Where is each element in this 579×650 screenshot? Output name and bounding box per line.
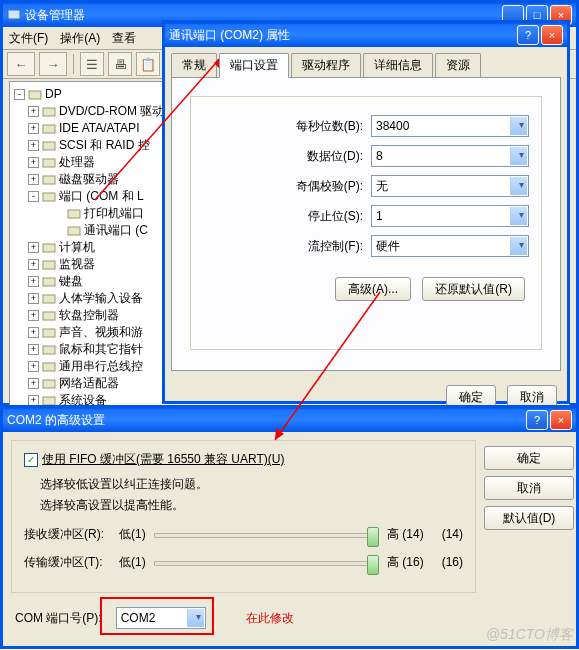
expand-icon[interactable]: + [28, 123, 39, 134]
forward-button[interactable]: → [39, 52, 67, 76]
tree-item-label[interactable]: DP [45, 86, 62, 103]
help-button[interactable]: ? [526, 410, 548, 430]
svg-rect-15 [43, 312, 55, 320]
properties-dialog: 通讯端口 (COM2) 属性 ? × 常规 端口设置 驱动程序 详细信息 资源 … [162, 20, 570, 404]
devmgr-title: 设备管理器 [25, 7, 85, 24]
fifo-label: 使用 FIFO 缓冲区(需要 16550 兼容 UART)(U) [42, 451, 284, 468]
expand-icon[interactable]: - [28, 191, 39, 202]
stopbits-label: 停止位(S): [203, 208, 363, 225]
adv-defaults-button[interactable]: 默认值(D) [484, 506, 574, 530]
device-icon [42, 122, 56, 136]
close-button[interactable]: × [550, 410, 572, 430]
tool-print-icon[interactable]: 🖶 [108, 52, 132, 76]
adv-ok-button[interactable]: 确定 [484, 446, 574, 470]
rx-high: 高 (14) [387, 526, 424, 543]
tab-port-settings[interactable]: 端口设置 [219, 53, 289, 78]
svg-rect-16 [43, 329, 55, 337]
svg-rect-8 [43, 193, 55, 201]
expand-icon[interactable]: + [28, 327, 39, 338]
tool-properties-icon[interactable]: ☰ [80, 52, 104, 76]
advanced-settings-dialog: COM2 的高级设置 ? × ✓ 使用 FIFO 缓冲区(需要 16550 兼容… [0, 405, 579, 649]
fifo-checkbox[interactable]: ✓ [24, 453, 38, 467]
tree-item-label[interactable]: 网络适配器 [59, 375, 119, 392]
tree-item-label[interactable]: 通用串行总线控 [59, 358, 143, 375]
rx-slider[interactable] [154, 524, 379, 544]
menu-action[interactable]: 操作(A) [60, 30, 100, 47]
adv-title: COM2 的高级设置 [7, 412, 105, 429]
props-titlebar[interactable]: 通讯端口 (COM2) 属性 ? × [165, 23, 567, 47]
device-icon [42, 156, 56, 170]
device-icon [42, 258, 56, 272]
expand-icon[interactable]: + [28, 259, 39, 270]
port-icon [67, 207, 81, 221]
tree-item-label[interactable]: 处理器 [59, 154, 95, 171]
stopbits-select[interactable]: 1 [371, 205, 529, 227]
back-button[interactable]: ← [7, 52, 35, 76]
bps-select[interactable]: 38400 [371, 115, 529, 137]
databits-select[interactable]: 8 [371, 145, 529, 167]
tree-item-label[interactable]: 端口 (COM 和 L [59, 188, 144, 205]
svg-rect-18 [43, 363, 55, 371]
expand-icon[interactable]: + [28, 310, 39, 321]
svg-rect-9 [68, 210, 80, 218]
expand-icon[interactable]: + [28, 106, 39, 117]
svg-rect-4 [43, 125, 55, 133]
help-button[interactable]: ? [517, 25, 539, 45]
expand-icon[interactable]: + [28, 276, 39, 287]
device-icon [42, 105, 56, 119]
tree-item-label[interactable]: 计算机 [59, 239, 95, 256]
tree-item-label[interactable]: 键盘 [59, 273, 83, 290]
tool-refresh-icon[interactable]: 📋 [136, 52, 160, 76]
close-button[interactable]: × [541, 25, 563, 45]
svg-rect-13 [43, 278, 55, 286]
expand-icon[interactable]: - [14, 89, 25, 100]
svg-rect-6 [43, 159, 55, 167]
tree-item-label[interactable]: 通讯端口 (C [84, 222, 148, 239]
expand-icon[interactable]: + [28, 140, 39, 151]
tx-high: 高 (16) [387, 554, 424, 571]
svg-rect-17 [43, 346, 55, 354]
adv-titlebar[interactable]: COM2 的高级设置 ? × [3, 408, 576, 432]
device-icon [42, 190, 56, 204]
expand-icon[interactable]: + [28, 242, 39, 253]
adv-cancel-button[interactable]: 取消 [484, 476, 574, 500]
device-icon [42, 326, 56, 340]
svg-rect-3 [43, 108, 55, 116]
tab-resources[interactable]: 资源 [435, 53, 481, 77]
parity-select[interactable]: 无 [371, 175, 529, 197]
tx-slider[interactable] [154, 552, 379, 572]
restore-defaults-button[interactable]: 还原默认值(R) [422, 277, 525, 301]
tab-details[interactable]: 详细信息 [363, 53, 433, 77]
comport-select[interactable]: COM2 [116, 607, 206, 629]
advanced-button[interactable]: 高级(A)... [335, 277, 411, 301]
annotation-text: 在此修改 [246, 610, 294, 627]
expand-icon[interactable]: + [28, 293, 39, 304]
tab-driver[interactable]: 驱动程序 [291, 53, 361, 77]
expand-icon[interactable]: + [28, 344, 39, 355]
tree-item-label[interactable]: 人体学输入设备 [59, 290, 143, 307]
tab-general[interactable]: 常规 [171, 53, 217, 77]
svg-rect-2 [29, 91, 41, 99]
tree-item-label[interactable]: 打印机端口 [84, 205, 144, 222]
tree-item-label[interactable]: 监视器 [59, 256, 95, 273]
svg-rect-7 [43, 176, 55, 184]
expand-icon[interactable]: + [28, 157, 39, 168]
svg-rect-12 [43, 261, 55, 269]
rx-value: (14) [442, 527, 463, 541]
tree-item-label[interactable]: 磁盘驱动器 [59, 171, 119, 188]
expand-icon[interactable]: + [28, 378, 39, 389]
tree-item-label[interactable]: 鼠标和其它指针 [59, 341, 143, 358]
expand-icon[interactable]: + [28, 361, 39, 372]
tree-item-label[interactable]: IDE ATA/ATAPI [59, 120, 139, 137]
tree-item-label[interactable]: DVD/CD-ROM 驱动 [59, 103, 164, 120]
svg-rect-14 [43, 295, 55, 303]
fifo-hint1: 选择较低设置以纠正连接问题。 [40, 476, 463, 493]
tree-item-label[interactable]: 声音、视频和游 [59, 324, 143, 341]
tree-item-label[interactable]: SCSI 和 RAID 控 [59, 137, 150, 154]
menu-file[interactable]: 文件(F) [9, 30, 48, 47]
menu-view[interactable]: 查看 [112, 30, 136, 47]
tree-item-label[interactable]: 软盘控制器 [59, 307, 119, 324]
bps-label: 每秒位数(B): [203, 118, 363, 135]
flowctrl-select[interactable]: 硬件 [371, 235, 529, 257]
expand-icon[interactable]: + [28, 174, 39, 185]
